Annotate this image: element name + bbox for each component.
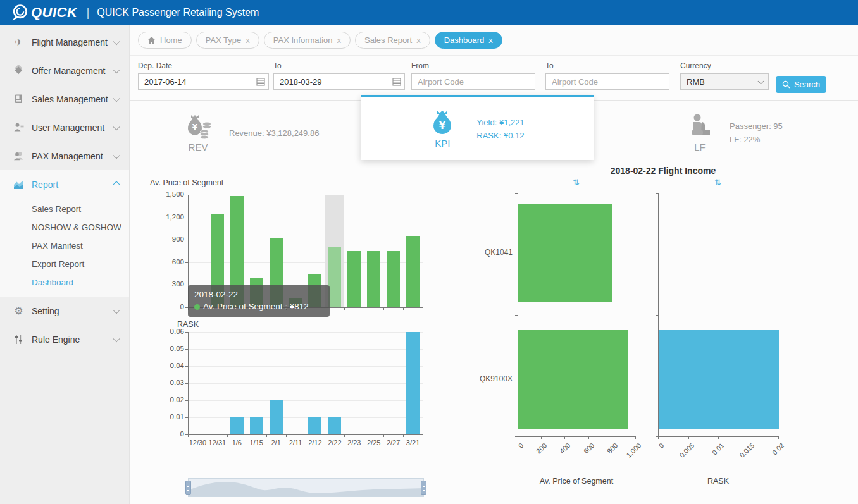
series-dot-icon	[194, 304, 200, 310]
bar-2-12[interactable]	[308, 417, 321, 434]
tab-bar: HomePAX TypexPAX InformationxSales Repor…	[130, 25, 858, 56]
quick-logo-icon	[10, 3, 29, 22]
y-axis-tick-label: 300	[150, 280, 184, 288]
bar-2-1[interactable]	[270, 400, 283, 434]
bar-2-22[interactable]	[328, 417, 341, 434]
quick-logo: QUICK	[10, 3, 77, 22]
x-axis-tick	[383, 434, 384, 437]
bar-3-21[interactable]	[406, 332, 420, 434]
currency-label: Currency	[680, 61, 769, 70]
bar-1-6[interactable]	[230, 417, 244, 434]
sidebar-item-rule-engine[interactable]: Rule Engine	[0, 325, 129, 353]
bar-2-23[interactable]	[347, 251, 361, 307]
datazoom-right-handle[interactable]	[421, 481, 426, 495]
dep-date-to-input[interactable]	[273, 73, 405, 90]
bar-qk9100x-av-price-of-segment[interactable]	[518, 330, 628, 429]
card-icon-col: LF	[687, 113, 713, 152]
sidebar-item-sales-management[interactable]: Sales Management	[0, 85, 129, 113]
svg-text:¥: ¥	[192, 123, 198, 132]
filter-to-airport: To	[545, 61, 669, 90]
sidebar-item-user-management[interactable]: User Management	[0, 113, 129, 142]
currency-select[interactable]: RMB	[680, 73, 769, 90]
chevron-down-icon	[113, 37, 120, 44]
search-button[interactable]: Search	[776, 76, 826, 93]
bar-3-21[interactable]	[406, 236, 420, 307]
x-axis-line	[518, 436, 635, 437]
from-airport-input[interactable]	[411, 73, 535, 90]
tab-label: PAX Type	[206, 35, 242, 45]
sidebar-item-flight-management[interactable]: ✈Flight Management	[0, 28, 129, 56]
x-axis-tick	[403, 434, 404, 437]
y-axis-tick-label: 0.04	[150, 362, 184, 369]
tab-pax-type[interactable]: PAX Typex	[196, 32, 259, 49]
close-icon[interactable]: x	[246, 36, 250, 44]
kpi-card-rev[interactable]: ¥ REVRevenue: ¥3,128,249.86	[183, 106, 367, 160]
panel-label-rask: RASK	[656, 477, 781, 486]
x-axis-tick	[688, 436, 689, 439]
y-axis-tick-label: 0.05	[150, 345, 184, 352]
sidebar-item-label: Sales Management	[32, 94, 114, 104]
tab-pax-information[interactable]: PAX Informationx	[264, 32, 351, 49]
sidebar-item-report[interactable]: Report	[0, 170, 129, 199]
chart-title: Av. Price of Segment	[150, 178, 223, 187]
app-title: QUICK Passenger Retailing System	[97, 7, 259, 18]
datazoom-slider[interactable]	[188, 478, 424, 497]
sidebar-subitem-sales-report[interactable]: Sales Report	[0, 200, 129, 218]
card-metric-line: Passenger: 95	[730, 120, 783, 133]
bar-2-22[interactable]	[328, 247, 341, 307]
chart-rask: RASK00.010.020.030.040.050.0612/3012/311…	[138, 323, 471, 458]
card-code: REV	[189, 142, 208, 152]
sort-icon[interactable]: ⇅	[714, 178, 721, 187]
kpi-card-kpi[interactable]: ¥KPIYield: ¥1,221RASK: ¥0.12	[361, 95, 594, 160]
currency-value: RMB	[687, 77, 705, 87]
tab-label: PAX Information	[273, 35, 333, 45]
datazoom-left-handle[interactable]	[185, 481, 191, 495]
tab-home[interactable]: Home	[138, 32, 192, 49]
report-icon	[12, 179, 25, 190]
y-axis-tick	[515, 315, 518, 316]
gridline	[188, 383, 423, 384]
close-icon[interactable]: x	[488, 36, 493, 44]
sidebar-subitem-pax-manifest[interactable]: PAX Manifest	[0, 237, 129, 255]
y-axis-line	[188, 332, 189, 435]
y-axis-tick-label: 1,500	[150, 190, 184, 198]
bar-1-15[interactable]	[250, 417, 263, 434]
sidebar-nav: ✈Flight ManagementOffer ManagementSales …	[0, 28, 129, 353]
y-axis-tick	[656, 315, 658, 316]
sidebar-subitem-dashboard[interactable]: Dashboard	[0, 273, 129, 292]
chevron-down-icon	[113, 66, 120, 73]
sidebar-subitem-export-report[interactable]: Export Report	[0, 255, 129, 273]
category-label-qk9100x: QK9100X	[468, 374, 513, 383]
bar-2-25[interactable]	[367, 251, 380, 307]
kpi-card-lf[interactable]: LFPassenger: 95LF: 22%	[687, 106, 852, 160]
sidebar-item-offer-management[interactable]: Offer Management	[0, 56, 129, 85]
tab-sales-report[interactable]: Sales Reportx	[355, 32, 430, 49]
plane-icon: ✈	[12, 37, 25, 48]
x-axis-tick	[286, 434, 287, 437]
sidebar-item-setting[interactable]: ⚙Setting	[0, 297, 129, 325]
gear-icon: ⚙	[12, 305, 25, 317]
x-axis-tick	[344, 307, 345, 310]
card-metric-line: Yield: ¥1,221	[476, 116, 524, 129]
dep-date-label: Dep. Date	[138, 61, 269, 70]
dep-date-input[interactable]	[138, 73, 269, 90]
sidebar-item-label: Setting	[32, 306, 114, 316]
to-airport-input[interactable]	[545, 73, 669, 90]
card-metric-line: LF: 22%	[730, 133, 783, 146]
chart-flight-income: 2018-02-22 Flight IncomeQK1041QK9100X⇅02…	[468, 164, 858, 504]
tab-dashboard[interactable]: Dashboardx	[435, 32, 502, 49]
bar-qk9100x-rask[interactable]	[659, 330, 779, 429]
from-airport-label: From	[411, 61, 535, 70]
close-icon[interactable]: x	[416, 36, 421, 44]
x-axis-tick	[227, 434, 228, 437]
sort-icon[interactable]: ⇅	[573, 178, 580, 187]
close-icon[interactable]: x	[337, 36, 342, 44]
bar-2-27[interactable]	[387, 251, 400, 307]
bar-qk1041-av-price-of-segment[interactable]	[518, 204, 612, 302]
sidebar-subitem-noshow-goshow[interactable]: NOSHOW & GOSHOW	[0, 218, 129, 237]
gridline	[188, 349, 423, 350]
money-bag-yen-icon: ¥	[430, 109, 455, 137]
sidebar-item-pax-management[interactable]: PAX Management	[0, 142, 129, 170]
chevron-down-icon	[113, 151, 120, 158]
x-axis-tick	[383, 307, 384, 310]
